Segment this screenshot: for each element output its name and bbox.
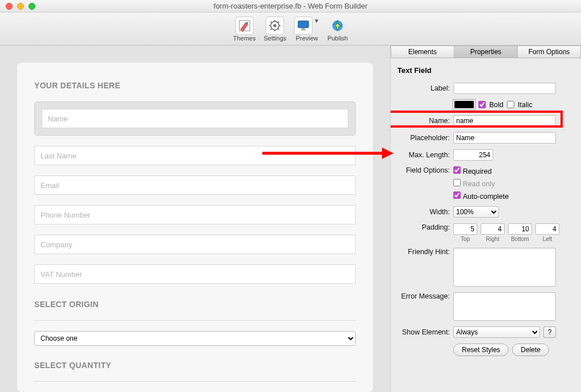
svg-rect-12 — [298, 21, 308, 27]
svg-point-3 — [274, 24, 277, 27]
preview-label: Preview — [296, 35, 318, 42]
showelement-select[interactable]: Always — [453, 326, 540, 338]
publish-button[interactable]: Publish — [327, 17, 348, 42]
reset-styles-button[interactable]: Reset Styles — [453, 344, 509, 356]
panel-title: Text Field — [397, 66, 574, 75]
preview-button[interactable]: ▼ Preview — [294, 17, 319, 42]
themes-button[interactable]: Themes — [233, 17, 256, 42]
padding-top-input[interactable] — [453, 223, 477, 235]
autocomplete-checkbox[interactable] — [453, 191, 461, 199]
tab-form-options[interactable]: Form Options — [518, 46, 581, 58]
readonly-checkbox[interactable] — [453, 179, 461, 186]
hint-label: Friendly Hint: — [396, 248, 453, 256]
origin-select[interactable]: Choose one — [34, 331, 356, 346]
form-card: YOUR DETAILS HERE SELECT ORIGIN Choose o… — [17, 63, 373, 392]
section-quantity-title: SELECT QUANTITY — [34, 361, 356, 370]
properties-panel: Text Field Label: Bold Italic Name: — [391, 58, 581, 392]
autocomplete-label: Auto-complete — [463, 193, 509, 201]
section-origin-title: SELECT ORIGIN — [34, 300, 356, 309]
svg-rect-13 — [302, 28, 306, 29]
readonly-label: Read only — [463, 180, 495, 188]
globe-upload-icon — [328, 17, 347, 35]
italic-checkbox[interactable] — [507, 101, 514, 108]
svg-line-9 — [278, 28, 279, 30]
side-panel: Elements Properties Form Options Text Fi… — [390, 46, 581, 392]
titlebar: form-roasters-enterprise.fb - Web Form B… — [0, 0, 581, 13]
width-label: Width: — [396, 208, 453, 216]
chevron-down-icon[interactable]: ▼ — [314, 18, 319, 24]
svg-line-8 — [271, 21, 272, 22]
required-checkbox[interactable] — [453, 166, 461, 174]
placeholder-input[interactable] — [453, 132, 556, 144]
section-details-title: YOUR DETAILS HERE — [34, 81, 356, 90]
label-input[interactable] — [453, 83, 556, 94]
svg-point-1 — [246, 22, 248, 24]
padding-left-input[interactable] — [535, 223, 559, 235]
padding-label: Padding: — [396, 223, 453, 231]
placeholder-label: Placeholder: — [396, 134, 453, 142]
bold-checkbox[interactable] — [478, 101, 486, 108]
maxlength-label: Max. Length: — [396, 151, 453, 159]
delete-button[interactable]: Delete — [512, 344, 549, 356]
name-label: Name: — [396, 117, 453, 125]
italic-label: Italic — [518, 101, 533, 109]
form-canvas[interactable]: YOUR DETAILS HERE SELECT ORIGIN Choose o… — [0, 46, 390, 392]
label-color-well[interactable] — [453, 100, 475, 109]
width-select[interactable]: 100% — [453, 206, 499, 218]
publish-label: Publish — [327, 35, 348, 42]
company-field[interactable] — [34, 235, 356, 254]
lastname-field[interactable] — [34, 146, 356, 165]
selected-field-wrap[interactable] — [34, 101, 356, 136]
error-textarea[interactable] — [453, 292, 556, 321]
themes-label: Themes — [233, 35, 256, 42]
error-label: Error Message: — [396, 292, 453, 300]
tab-elements[interactable]: Elements — [391, 46, 454, 58]
panel-tabs: Elements Properties Form Options — [391, 46, 581, 58]
svg-rect-14 — [301, 29, 306, 30]
required-label: Required — [463, 168, 492, 175]
label-label: Label: — [396, 84, 453, 92]
vat-field[interactable] — [34, 264, 356, 284]
padding-right-input[interactable] — [481, 223, 505, 235]
tab-properties[interactable]: Properties — [454, 46, 518, 58]
name-field[interactable] — [42, 109, 348, 128]
toolbar: Themes Settings ▼ Preview Publish — [0, 13, 581, 46]
svg-line-11 — [278, 21, 279, 22]
showelement-label: Show Element: — [396, 328, 453, 336]
themes-icon — [235, 17, 254, 35]
gear-icon — [266, 17, 284, 35]
help-button[interactable]: ? — [543, 326, 556, 338]
name-input[interactable] — [453, 115, 556, 126]
bold-label: Bold — [489, 101, 503, 109]
settings-button[interactable]: Settings — [264, 17, 287, 42]
maxlength-input[interactable] — [453, 149, 493, 161]
padding-bottom-input[interactable] — [508, 223, 532, 235]
settings-label: Settings — [264, 35, 287, 42]
window-title: form-roasters-enterprise.fb - Web Form B… — [0, 2, 581, 10]
hint-textarea[interactable] — [453, 248, 556, 287]
svg-line-10 — [271, 28, 272, 30]
divider — [34, 320, 356, 321]
phone-field[interactable] — [34, 205, 356, 224]
email-field[interactable] — [34, 175, 356, 195]
divider-2 — [34, 381, 356, 382]
fieldoptions-label: Field Options: — [396, 166, 453, 174]
monitor-icon — [294, 17, 312, 35]
